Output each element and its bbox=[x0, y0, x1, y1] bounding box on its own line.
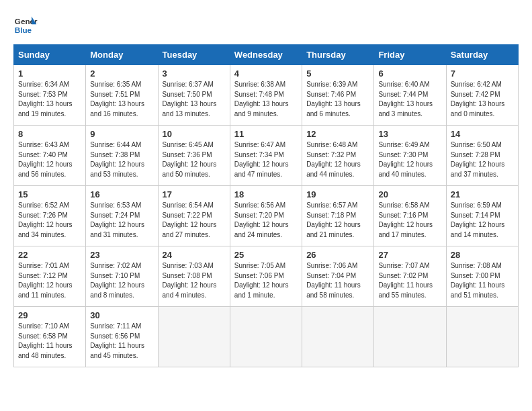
day-number: 21 bbox=[451, 189, 514, 199]
cell-content: Sunrise: 6:35 AMSunset: 7:51 PMDaylight:… bbox=[90, 81, 144, 118]
calendar-cell: 19 Sunrise: 6:57 AMSunset: 7:18 PMDaylig… bbox=[302, 186, 374, 246]
header-friday: Friday bbox=[374, 45, 446, 65]
calendar-cell: 12 Sunrise: 6:48 AMSunset: 7:32 PMDaylig… bbox=[302, 126, 374, 186]
cell-content: Sunrise: 6:48 AMSunset: 7:32 PMDaylight:… bbox=[306, 141, 361, 178]
cell-content: Sunrise: 7:07 AMSunset: 7:02 PMDaylight:… bbox=[378, 262, 433, 299]
cell-content: Sunrise: 6:49 AMSunset: 7:30 PMDaylight:… bbox=[378, 141, 433, 178]
cell-content: Sunrise: 6:44 AMSunset: 7:38 PMDaylight:… bbox=[90, 141, 144, 178]
day-number: 28 bbox=[451, 250, 514, 260]
calendar-week-5: 29 Sunrise: 7:10 AMSunset: 6:58 PMDaylig… bbox=[14, 307, 519, 367]
cell-content: Sunrise: 6:56 AMSunset: 7:20 PMDaylight:… bbox=[234, 201, 289, 238]
calendar-cell: 5 Sunrise: 6:39 AMSunset: 7:46 PMDayligh… bbox=[302, 65, 374, 126]
day-number: 12 bbox=[306, 129, 369, 139]
calendar-cell bbox=[230, 307, 302, 367]
day-number: 22 bbox=[18, 250, 81, 260]
day-number: 27 bbox=[378, 250, 441, 260]
day-number: 25 bbox=[234, 250, 298, 260]
calendar-cell bbox=[158, 307, 230, 367]
calendar-cell: 23 Sunrise: 7:02 AMSunset: 7:10 PMDaylig… bbox=[86, 246, 158, 307]
calendar-cell: 7 Sunrise: 6:42 AMSunset: 7:42 PMDayligh… bbox=[446, 65, 518, 126]
day-number: 10 bbox=[163, 129, 226, 139]
cell-content: Sunrise: 6:45 AMSunset: 7:36 PMDaylight:… bbox=[163, 141, 217, 178]
cell-content: Sunrise: 7:01 AMSunset: 7:12 PMDaylight:… bbox=[18, 262, 73, 299]
cell-content: Sunrise: 7:03 AMSunset: 7:08 PMDaylight:… bbox=[163, 262, 217, 299]
cell-content: Sunrise: 7:02 AMSunset: 7:10 PMDaylight:… bbox=[90, 262, 144, 299]
page-header: General Blue bbox=[13, 13, 519, 38]
header-sunday: Sunday bbox=[14, 45, 86, 65]
day-number: 23 bbox=[90, 250, 153, 260]
header-saturday: Saturday bbox=[446, 45, 518, 65]
calendar-cell: 3 Sunrise: 6:37 AMSunset: 7:50 PMDayligh… bbox=[158, 65, 230, 126]
calendar-cell: 6 Sunrise: 6:40 AMSunset: 7:44 PMDayligh… bbox=[374, 65, 446, 126]
svg-text:Blue: Blue bbox=[15, 26, 32, 34]
calendar-cell: 26 Sunrise: 7:06 AMSunset: 7:04 PMDaylig… bbox=[302, 246, 374, 307]
calendar-cell: 14 Sunrise: 6:50 AMSunset: 7:28 PMDaylig… bbox=[446, 126, 518, 186]
day-number: 7 bbox=[451, 68, 514, 79]
calendar-cell: 29 Sunrise: 7:10 AMSunset: 6:58 PMDaylig… bbox=[14, 307, 86, 367]
calendar-cell: 15 Sunrise: 6:52 AMSunset: 7:26 PMDaylig… bbox=[14, 186, 86, 246]
header-tuesday: Tuesday bbox=[158, 45, 230, 65]
day-number: 1 bbox=[18, 68, 81, 79]
day-number: 18 bbox=[234, 189, 298, 199]
day-number: 2 bbox=[90, 68, 153, 79]
day-number: 8 bbox=[18, 129, 81, 139]
cell-content: Sunrise: 7:11 AMSunset: 6:56 PMDaylight:… bbox=[90, 322, 144, 359]
calendar-week-2: 8 Sunrise: 6:43 AMSunset: 7:40 PMDayligh… bbox=[14, 126, 519, 186]
cell-content: Sunrise: 7:06 AMSunset: 7:04 PMDaylight:… bbox=[306, 262, 361, 299]
day-number: 29 bbox=[18, 310, 81, 320]
cell-content: Sunrise: 6:42 AMSunset: 7:42 PMDaylight:… bbox=[451, 81, 505, 118]
day-number: 11 bbox=[234, 129, 298, 139]
day-number: 16 bbox=[90, 189, 153, 199]
day-number: 24 bbox=[163, 250, 226, 260]
day-number: 14 bbox=[451, 129, 514, 139]
day-number: 26 bbox=[306, 250, 369, 260]
calendar-cell: 28 Sunrise: 7:08 AMSunset: 7:00 PMDaylig… bbox=[446, 246, 518, 307]
day-number: 17 bbox=[163, 189, 226, 199]
calendar-cell: 8 Sunrise: 6:43 AMSunset: 7:40 PMDayligh… bbox=[14, 126, 86, 186]
calendar-cell bbox=[446, 307, 518, 367]
calendar-cell: 22 Sunrise: 7:01 AMSunset: 7:12 PMDaylig… bbox=[14, 246, 86, 307]
calendar-cell: 9 Sunrise: 6:44 AMSunset: 7:38 PMDayligh… bbox=[86, 126, 158, 186]
cell-content: Sunrise: 7:08 AMSunset: 7:00 PMDaylight:… bbox=[451, 262, 505, 299]
cell-content: Sunrise: 6:58 AMSunset: 7:16 PMDaylight:… bbox=[378, 201, 433, 238]
calendar-week-1: 1 Sunrise: 6:34 AMSunset: 7:53 PMDayligh… bbox=[14, 65, 519, 126]
header-row: SundayMondayTuesdayWednesdayThursdayFrid… bbox=[14, 45, 519, 65]
cell-content: Sunrise: 6:37 AMSunset: 7:50 PMDaylight:… bbox=[163, 81, 217, 118]
logo: General Blue bbox=[13, 13, 38, 38]
logo-icon: General Blue bbox=[13, 13, 38, 38]
day-number: 9 bbox=[90, 129, 153, 139]
calendar-cell: 13 Sunrise: 6:49 AMSunset: 7:30 PMDaylig… bbox=[374, 126, 446, 186]
day-number: 20 bbox=[378, 189, 441, 199]
cell-content: Sunrise: 6:50 AMSunset: 7:28 PMDaylight:… bbox=[451, 141, 505, 178]
calendar-cell: 30 Sunrise: 7:11 AMSunset: 6:56 PMDaylig… bbox=[86, 307, 158, 367]
header-monday: Monday bbox=[86, 45, 158, 65]
calendar-cell: 4 Sunrise: 6:38 AMSunset: 7:48 PMDayligh… bbox=[230, 65, 302, 126]
cell-content: Sunrise: 6:34 AMSunset: 7:53 PMDaylight:… bbox=[18, 81, 73, 118]
calendar-cell: 1 Sunrise: 6:34 AMSunset: 7:53 PMDayligh… bbox=[14, 65, 86, 126]
cell-content: Sunrise: 6:43 AMSunset: 7:40 PMDaylight:… bbox=[18, 141, 73, 178]
calendar-week-4: 22 Sunrise: 7:01 AMSunset: 7:12 PMDaylig… bbox=[14, 246, 519, 307]
cell-content: Sunrise: 7:10 AMSunset: 6:58 PMDaylight:… bbox=[18, 322, 73, 359]
calendar-cell: 17 Sunrise: 6:54 AMSunset: 7:22 PMDaylig… bbox=[158, 186, 230, 246]
cell-content: Sunrise: 6:59 AMSunset: 7:14 PMDaylight:… bbox=[451, 201, 505, 238]
calendar-table: SundayMondayTuesdayWednesdayThursdayFrid… bbox=[13, 44, 519, 367]
day-number: 13 bbox=[378, 129, 441, 139]
calendar-cell bbox=[374, 307, 446, 367]
calendar-week-3: 15 Sunrise: 6:52 AMSunset: 7:26 PMDaylig… bbox=[14, 186, 519, 246]
header-thursday: Thursday bbox=[302, 45, 374, 65]
cell-content: Sunrise: 7:05 AMSunset: 7:06 PMDaylight:… bbox=[234, 262, 289, 299]
day-number: 19 bbox=[306, 189, 369, 199]
calendar-cell: 18 Sunrise: 6:56 AMSunset: 7:20 PMDaylig… bbox=[230, 186, 302, 246]
day-number: 5 bbox=[306, 68, 369, 79]
day-number: 6 bbox=[378, 68, 441, 79]
day-number: 30 bbox=[90, 310, 153, 320]
cell-content: Sunrise: 6:54 AMSunset: 7:22 PMDaylight:… bbox=[163, 201, 217, 238]
calendar-cell: 25 Sunrise: 7:05 AMSunset: 7:06 PMDaylig… bbox=[230, 246, 302, 307]
cell-content: Sunrise: 6:52 AMSunset: 7:26 PMDaylight:… bbox=[18, 201, 73, 238]
cell-content: Sunrise: 6:57 AMSunset: 7:18 PMDaylight:… bbox=[306, 201, 361, 238]
day-number: 3 bbox=[163, 68, 226, 79]
day-number: 4 bbox=[234, 68, 298, 79]
calendar-cell: 2 Sunrise: 6:35 AMSunset: 7:51 PMDayligh… bbox=[86, 65, 158, 126]
calendar-cell: 11 Sunrise: 6:47 AMSunset: 7:34 PMDaylig… bbox=[230, 126, 302, 186]
calendar-cell: 16 Sunrise: 6:53 AMSunset: 7:24 PMDaylig… bbox=[86, 186, 158, 246]
